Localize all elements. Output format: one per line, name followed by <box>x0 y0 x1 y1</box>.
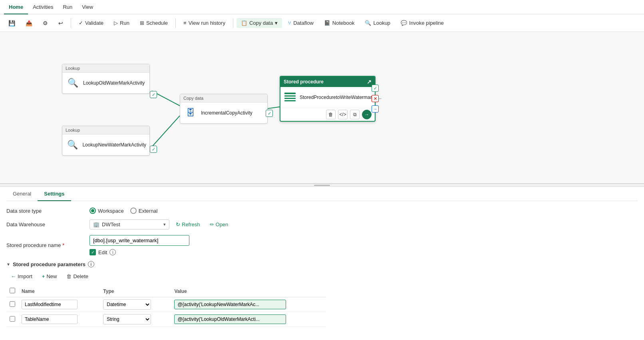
lookup-icon: 🔍 <box>365 20 371 26</box>
radio-external[interactable]: External <box>130 208 158 214</box>
sp-actions: 🗑 </> ⧉ → <box>280 108 375 121</box>
new-label: New <box>46 273 57 279</box>
param-row-0: Datetime <box>6 297 326 312</box>
sp-go-button[interactable]: → <box>362 110 372 119</box>
settings-icon: ⚙ <box>43 20 48 26</box>
param-row-1-type-cell: String <box>100 312 171 327</box>
canvas-divider[interactable] <box>0 184 644 187</box>
copydata-icon: 🗄 <box>183 106 198 120</box>
warehouse-chevron-icon: ▾ <box>163 222 166 227</box>
select-all-checkbox[interactable] <box>10 288 15 293</box>
sp-success-indicator: ✓ <box>372 85 379 92</box>
run-label: Run <box>120 20 129 26</box>
copydata-success-indicator: ✓ <box>266 110 273 117</box>
param-row-0-type-select[interactable]: Datetime <box>103 299 151 310</box>
run-button[interactable]: ▷ Run <box>109 18 134 28</box>
sp-node[interactable]: Stored procedure ↗ StoredProceduretoWrit… <box>280 76 376 122</box>
param-row-1-value-input[interactable] <box>174 314 286 324</box>
sp-params-header[interactable]: ▼ Stored procedure parameters i <box>6 261 638 267</box>
save-button[interactable]: 💾 <box>4 18 20 28</box>
lookup2-node[interactable]: Lookup 🔍 LookupNewWaterMarkActivity <box>62 126 150 156</box>
svg-rect-1 <box>284 95 296 97</box>
new-param-button[interactable]: + New <box>38 271 62 281</box>
notebook-button[interactable]: 📓 Notebook <box>320 18 359 28</box>
param-row-0-checkbox-cell <box>6 297 18 312</box>
lookup2-body: 🔍 LookupNewWaterMarkActivity <box>62 134 149 155</box>
view-run-history-icon: ≡ <box>183 20 187 26</box>
param-row-1-name-input[interactable] <box>22 314 78 324</box>
run-play-icon: ▷ <box>114 20 118 26</box>
copy-data-chevron-icon: ▾ <box>275 20 278 26</box>
copydata-node[interactable]: Copy data 🗄 IncrementalCopyActivity <box>180 94 268 124</box>
refresh-icon: ↻ <box>176 221 180 227</box>
dataflow-button[interactable]: ⑂ Dataflow <box>284 18 318 28</box>
notebook-label: Notebook <box>332 20 355 26</box>
menu-item-view[interactable]: View <box>77 0 98 14</box>
data-store-type-label: Data store type <box>6 208 86 214</box>
param-row-0-checkbox[interactable] <box>10 301 15 307</box>
params-table-header-row: Name Type Value <box>6 285 326 297</box>
radio-workspace[interactable]: Workspace <box>89 208 124 214</box>
drag-handle <box>314 185 330 186</box>
sp-delete-button[interactable]: 🗑 <box>326 110 336 119</box>
canvas[interactable]: Lookup 🔍 LookupOldWaterMarkActivity ✓ Lo… <box>0 32 644 184</box>
invoke-pipeline-button[interactable]: 💬 Invoke pipeline <box>396 18 448 28</box>
lookup-button[interactable]: 🔍 Lookup <box>360 18 395 28</box>
param-row-1-type-select[interactable]: String <box>103 314 151 324</box>
delete-icon: 🗑 <box>66 273 72 279</box>
lookup2-success-indicator: ✓ <box>150 146 157 153</box>
validate-button[interactable]: ✓ Validate <box>74 18 108 28</box>
open-button[interactable]: ✏ Open <box>207 220 232 229</box>
sp-name-required: * <box>62 242 64 248</box>
param-row-0-value-input[interactable] <box>174 300 286 309</box>
sp-copy-button[interactable]: ⧉ <box>350 110 360 119</box>
sp-edit-label: Edit <box>98 249 107 255</box>
view-run-history-label: View run history <box>189 20 225 26</box>
menu-item-activities[interactable]: Activities <box>28 0 58 14</box>
undo-icon: ↩ <box>58 20 63 26</box>
param-row-1-value-cell <box>171 312 326 327</box>
data-store-type-control: Workspace External <box>89 208 158 214</box>
sp-icon <box>284 90 296 105</box>
param-row-1-checkbox[interactable] <box>10 316 15 322</box>
param-row-0-name-input[interactable] <box>22 300 78 309</box>
open-icon: ✏ <box>210 221 214 227</box>
radio-external-label: External <box>139 208 158 214</box>
copydata-body: 🗄 IncrementalCopyActivity <box>180 103 267 123</box>
copydata-label: IncrementalCopyActivity <box>201 110 252 116</box>
menu-item-home[interactable]: Home <box>4 0 28 14</box>
lookup1-label: LookupOldWaterMarkActivity <box>83 80 145 86</box>
params-table-head: Name Type Value <box>6 285 326 297</box>
sp-code-button[interactable]: </> <box>338 110 348 119</box>
sp-params-section: ▼ Stored procedure parameters i ← Import… <box>6 261 638 327</box>
refresh-button[interactable]: ↻ Refresh <box>173 220 203 229</box>
import-button[interactable]: ← Import <box>6 271 37 281</box>
sp-skip-indicator: → <box>372 105 379 113</box>
col-value-header: Value <box>171 285 326 297</box>
sp-edit-checkbox[interactable]: ✓ <box>89 249 96 255</box>
copy-data-button[interactable]: 📋 Copy data ▾ <box>237 18 282 28</box>
view-run-history-button[interactable]: ≡ View run history <box>179 18 230 28</box>
sp-params-label: Stored procedure parameters <box>13 261 85 267</box>
sp-label: StoredProceduretoWriteWatermarkA... <box>300 95 382 100</box>
settings-button[interactable]: ⚙ <box>38 18 52 28</box>
svg-rect-0 <box>284 93 296 94</box>
toolbar-sep-3 <box>233 18 233 28</box>
lookup1-header: Lookup <box>62 64 149 73</box>
sp-name-input[interactable] <box>89 235 189 246</box>
svg-rect-2 <box>284 98 296 99</box>
lookup1-node[interactable]: Lookup 🔍 LookupOldWaterMarkActivity <box>62 64 150 94</box>
delete-param-button[interactable]: 🗑 Delete <box>62 271 93 281</box>
data-warehouse-dropdown[interactable]: 🏢 DWTest ▾ <box>89 219 169 229</box>
tab-general[interactable]: General <box>6 187 38 201</box>
toolbar: 💾 📤 ⚙ ↩ ✓ Validate ▷ Run ⊞ Schedule ≡ Vi… <box>0 14 644 32</box>
delete-label: Delete <box>73 273 88 279</box>
schedule-button[interactable]: ⊞ Schedule <box>135 18 172 28</box>
tab-settings[interactable]: Settings <box>38 187 71 201</box>
menu-item-run[interactable]: Run <box>58 0 77 14</box>
undo-button[interactable]: ↩ <box>54 18 68 28</box>
publish-button[interactable]: 📤 <box>21 18 37 28</box>
toolbar-sep-1 <box>71 18 71 28</box>
param-row-1-name-cell <box>18 312 100 327</box>
import-icon: ← <box>11 273 16 279</box>
